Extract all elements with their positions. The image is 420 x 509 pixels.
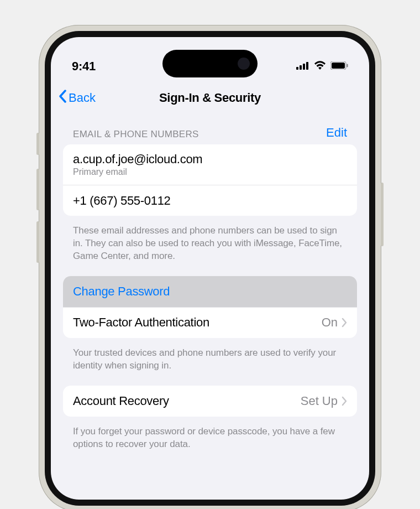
section-footer-security: Your trusted devices and phone numbers a… — [63, 344, 357, 386]
chevron-left-icon — [59, 90, 67, 106]
two-factor-label: Two-Factor Authentication — [73, 315, 209, 330]
battery-icon — [330, 61, 348, 72]
section-label: EMAIL & PHONE NUMBERS — [73, 129, 199, 140]
side-button — [381, 183, 384, 246]
wifi-icon — [314, 61, 326, 72]
chevron-right-icon — [342, 318, 347, 328]
section-footer-contacts: These email addresses and phone numbers … — [63, 221, 357, 276]
status-icons — [296, 61, 348, 72]
navigation-bar: Back Sign-In & Security — [51, 82, 369, 113]
email-subtitle: Primary email — [73, 167, 202, 177]
two-factor-value: On — [322, 315, 338, 330]
chevron-right-icon — [342, 396, 347, 406]
side-button — [36, 221, 39, 263]
row-phone[interactable]: +1 (667) 555-0112 — [63, 185, 357, 216]
row-email[interactable]: a.cup.of.joe@icloud.com Primary email — [63, 144, 357, 185]
svg-rect-0 — [296, 67, 298, 70]
account-recovery-value: Set Up — [301, 394, 338, 408]
group-security: Change Password Two-Factor Authenticatio… — [63, 276, 357, 338]
cellular-icon — [296, 61, 309, 72]
svg-rect-5 — [332, 63, 345, 69]
phone-frame: 9:41 Bac — [39, 25, 381, 509]
group-contacts: a.cup.of.joe@icloud.com Primary email +1… — [63, 144, 357, 216]
svg-rect-2 — [303, 64, 305, 70]
section-header-contacts: EMAIL & PHONE NUMBERS Edit — [63, 113, 357, 144]
back-label: Back — [69, 91, 96, 105]
dynamic-island — [162, 50, 258, 77]
row-change-password[interactable]: Change Password — [63, 276, 357, 307]
edit-button[interactable]: Edit — [326, 126, 347, 140]
row-two-factor[interactable]: Two-Factor Authentication On — [63, 307, 357, 338]
row-account-recovery[interactable]: Account Recovery Set Up — [63, 386, 357, 417]
side-button — [36, 133, 39, 155]
status-time: 9:41 — [72, 59, 96, 74]
screen: 9:41 Bac — [51, 37, 369, 500]
phone-value: +1 (667) 555-0112 — [73, 194, 171, 208]
group-recovery: Account Recovery Set Up — [63, 386, 357, 417]
section-footer-recovery: If you forget your password or device pa… — [63, 422, 357, 464]
change-password-label: Change Password — [73, 284, 170, 299]
side-button — [36, 169, 39, 210]
svg-rect-6 — [347, 64, 348, 67]
page-title: Sign-In & Security — [159, 91, 261, 105]
svg-rect-1 — [300, 65, 302, 70]
account-recovery-label: Account Recovery — [73, 394, 169, 408]
back-button[interactable]: Back — [59, 90, 96, 106]
email-value: a.cup.of.joe@icloud.com — [73, 152, 202, 167]
svg-rect-3 — [306, 62, 308, 70]
